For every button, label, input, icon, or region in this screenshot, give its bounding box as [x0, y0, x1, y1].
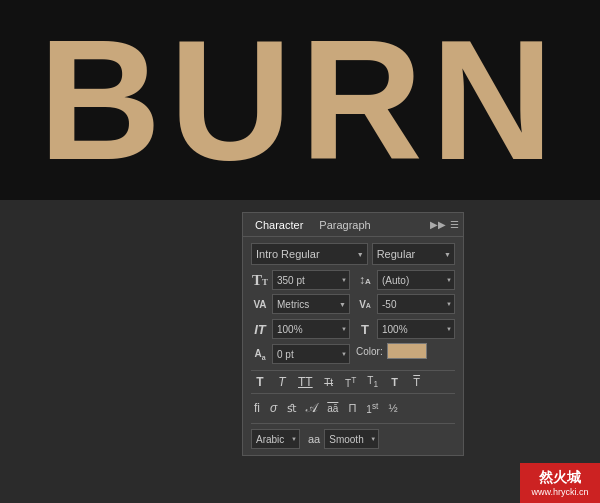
canvas-area: BURN: [0, 0, 600, 200]
leading-icon: ↕A: [356, 273, 374, 287]
baseline-input[interactable]: [272, 344, 350, 364]
forward-icon: ▶▶: [430, 219, 446, 230]
ligature-row: fi σ ﬆ 𝒜 aā Π 1st ½: [251, 399, 455, 417]
st-ligature-btn[interactable]: σ: [267, 400, 280, 416]
v-scale-wrap[interactable]: [272, 319, 350, 339]
allcaps-btn[interactable]: TT: [342, 374, 360, 390]
antialiasing-select-wrap[interactable]: Smooth: [324, 429, 379, 449]
tracking-icon: VA: [356, 299, 374, 310]
h-scale-wrap[interactable]: [377, 319, 455, 339]
bottom-row: Arabic aa Smooth: [251, 423, 455, 449]
discretionary-btn[interactable]: 𝒜: [303, 399, 320, 417]
ct-ligature-btn[interactable]: ﬆ: [284, 401, 299, 416]
italic-btn[interactable]: T: [273, 374, 291, 390]
leading-input[interactable]: [377, 270, 455, 290]
scale-row: IT T Aa Co: [251, 319, 455, 365]
fraction-btn[interactable]: ½: [385, 401, 400, 415]
kerning-select-wrap[interactable]: Metrics: [272, 294, 350, 314]
color-item: Color:: [356, 343, 455, 359]
font-style-wrapper[interactable]: Regular: [372, 243, 455, 265]
tab-character[interactable]: Character: [247, 215, 311, 235]
fi-ligature-btn[interactable]: fi: [251, 400, 263, 416]
vertical-scale-icon: IT: [251, 322, 269, 337]
aa-label: aa: [308, 433, 320, 445]
horizontal-scale: T: [356, 319, 455, 339]
bold-btn[interactable]: T: [251, 374, 269, 390]
baseline-wrap[interactable]: [272, 344, 350, 364]
size-metric: TT: [251, 270, 350, 290]
underline-btn[interactable]: TT: [295, 374, 316, 390]
font-size-icon: TT: [251, 272, 269, 289]
v-scale-input[interactable]: [272, 319, 350, 339]
kerning-select[interactable]: Metrics: [272, 294, 350, 314]
strikethrough-btn[interactable]: Tt: [320, 376, 338, 389]
kerning-metric: VA Metrics: [251, 294, 350, 314]
menu-icon[interactable]: ☰: [450, 219, 459, 230]
size-input[interactable]: [272, 270, 350, 290]
tracking-metric: VA: [356, 294, 455, 314]
tracking-input-wrap[interactable]: [377, 294, 455, 314]
antialiasing-select[interactable]: Smooth: [324, 429, 379, 449]
leading-input-wrap[interactable]: [377, 270, 455, 290]
vertical-scale: IT: [251, 319, 350, 339]
style-buttons-row: T T TT Tt TT T1 T T: [251, 370, 455, 394]
h-scale-input[interactable]: [377, 319, 455, 339]
baseline-icon: Aa: [251, 348, 269, 361]
size-leading-row: TT ↕A VA Metrics: [251, 270, 455, 314]
watermark-logo: 然火城: [539, 469, 581, 487]
watermark: 然火城 www.hrycki.cn: [520, 463, 600, 503]
language-select-wrap[interactable]: Arabic: [251, 429, 300, 449]
burn-text: BURN: [38, 15, 561, 185]
workspace: Character Paragraph ▶▶ ☰ Intro Regular R…: [0, 200, 600, 503]
baseline-item: Aa: [251, 343, 350, 365]
color-label: Color:: [356, 346, 383, 357]
horizontal-scale-icon: T: [356, 322, 374, 337]
oldstyle-btn[interactable]: aā: [324, 402, 341, 415]
smallcaps-btn[interactable]: T1: [364, 374, 382, 390]
language-select[interactable]: Arabic: [251, 429, 300, 449]
subscript-btn[interactable]: T: [408, 375, 426, 389]
kerning-icon: VA: [251, 299, 269, 310]
watermark-url: www.hrycki.cn: [531, 487, 588, 497]
superscript-num-btn[interactable]: 1st: [363, 400, 381, 416]
panel-tab-icons: ▶▶ ☰: [430, 219, 459, 230]
color-swatch[interactable]: [387, 343, 427, 359]
panel-tabs: Character Paragraph ▶▶ ☰: [243, 213, 463, 237]
panel-body: Intro Regular Regular TT: [243, 237, 463, 455]
font-name-wrapper[interactable]: Intro Regular: [251, 243, 368, 265]
leading-metric: ↕A: [356, 270, 455, 290]
tab-paragraph[interactable]: Paragraph: [311, 215, 378, 235]
font-style-select[interactable]: Regular: [372, 243, 455, 265]
ordinal-btn[interactable]: Π: [345, 401, 359, 415]
character-panel: Character Paragraph ▶▶ ☰ Intro Regular R…: [242, 212, 464, 456]
font-row: Intro Regular Regular: [251, 243, 455, 265]
font-name-select[interactable]: Intro Regular: [251, 243, 368, 265]
superscript-btn[interactable]: T: [386, 375, 404, 389]
tracking-input[interactable]: [377, 294, 455, 314]
size-input-wrap[interactable]: [272, 270, 350, 290]
